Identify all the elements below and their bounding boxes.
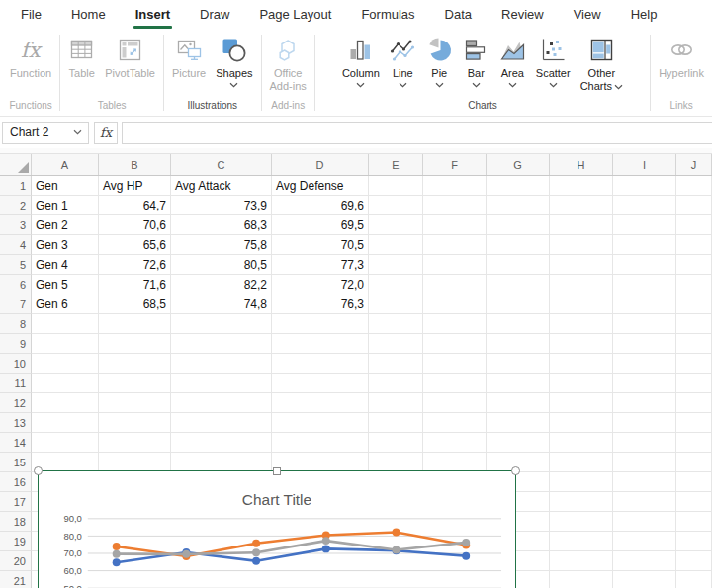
row-header-4[interactable]: 4: [0, 235, 32, 255]
row-header-19[interactable]: 19: [0, 532, 32, 551]
cell-E8[interactable]: [369, 314, 423, 334]
cell-J2[interactable]: [676, 196, 712, 215]
cell-H9[interactable]: [550, 334, 613, 354]
cell-D3[interactable]: 69,5: [272, 215, 369, 235]
cell-I16[interactable]: [613, 472, 676, 492]
cell-J1[interactable]: [676, 176, 712, 196]
column-header-G[interactable]: G: [487, 154, 550, 175]
cell-I19[interactable]: [613, 532, 676, 551]
chart-resize-handle-top[interactable]: [273, 467, 281, 475]
cell-A5[interactable]: Gen 4: [32, 255, 99, 275]
cell-B8[interactable]: [99, 314, 171, 334]
cell-G10[interactable]: [487, 354, 550, 374]
tab-review[interactable]: Review: [487, 0, 559, 30]
ribbon-button-pie[interactable]: Pie: [421, 30, 458, 88]
row-header-12[interactable]: 12: [0, 393, 32, 413]
cell-B11[interactable]: [99, 374, 171, 393]
cell-F14[interactable]: [423, 433, 487, 453]
cell-I5[interactable]: [613, 255, 676, 275]
cell-H19[interactable]: [550, 532, 613, 551]
cell-H20[interactable]: [550, 551, 613, 571]
cell-C9[interactable]: [171, 334, 272, 354]
tab-insert[interactable]: Insert: [121, 0, 185, 30]
cell-J19[interactable]: [676, 532, 712, 551]
cell-J15[interactable]: [676, 453, 712, 472]
cell-B4[interactable]: 65,6: [99, 235, 171, 255]
cell-I21[interactable]: [613, 571, 676, 588]
cell-A10[interactable]: [32, 354, 99, 374]
cell-J20[interactable]: [676, 551, 712, 571]
cell-A14[interactable]: [32, 433, 99, 453]
cell-F6[interactable]: [423, 275, 487, 294]
cell-H2[interactable]: [550, 196, 613, 215]
cell-F15[interactable]: [423, 453, 487, 472]
cell-G3[interactable]: [487, 215, 550, 235]
cell-J5[interactable]: [676, 255, 712, 275]
cell-J7[interactable]: [676, 294, 712, 314]
cell-I18[interactable]: [613, 512, 676, 532]
cell-E7[interactable]: [369, 294, 423, 314]
cell-B3[interactable]: 70,6: [99, 215, 171, 235]
cell-A13[interactable]: [32, 413, 99, 433]
row-header-2[interactable]: 2: [0, 196, 32, 215]
cell-H6[interactable]: [550, 275, 613, 294]
cell-J16[interactable]: [676, 472, 712, 492]
cell-I8[interactable]: [613, 314, 676, 334]
cell-I10[interactable]: [613, 354, 676, 374]
row-header-1[interactable]: 1: [0, 176, 32, 196]
cell-B1[interactable]: Avg HP: [99, 176, 171, 196]
row-header-14[interactable]: 14: [0, 433, 32, 453]
cell-B5[interactable]: 72,6: [99, 255, 171, 275]
cell-D7[interactable]: 76,3: [272, 294, 369, 314]
cell-I1[interactable]: [613, 176, 676, 196]
cell-I15[interactable]: [613, 453, 676, 472]
column-header-I[interactable]: I: [613, 154, 676, 175]
cell-E3[interactable]: [369, 215, 423, 235]
ribbon-button-line[interactable]: Line: [385, 30, 421, 88]
ribbon-button-shapes[interactable]: Shapes: [211, 30, 257, 88]
cell-F11[interactable]: [423, 374, 487, 393]
cell-E5[interactable]: [369, 255, 423, 275]
tab-formulas[interactable]: Formulas: [346, 0, 429, 30]
cell-F4[interactable]: [423, 235, 487, 255]
cell-D4[interactable]: 70,5: [272, 235, 369, 255]
cell-I2[interactable]: [613, 196, 676, 215]
cell-I12[interactable]: [613, 393, 676, 413]
ribbon-button-scatter[interactable]: Scatter: [531, 30, 576, 88]
cell-B14[interactable]: [99, 433, 171, 453]
cell-E6[interactable]: [369, 275, 423, 294]
cell-F2[interactable]: [423, 196, 487, 215]
cell-E10[interactable]: [369, 354, 423, 374]
column-header-J[interactable]: J: [676, 154, 712, 175]
cell-I13[interactable]: [613, 413, 676, 433]
row-header-18[interactable]: 18: [0, 512, 32, 532]
cell-G13[interactable]: [487, 413, 550, 433]
cell-F5[interactable]: [423, 255, 487, 275]
chart[interactable]: Chart Title0,010,020,030,040,050,060,070…: [38, 470, 516, 588]
row-header-16[interactable]: 16: [0, 472, 32, 492]
cell-G12[interactable]: [487, 393, 550, 413]
cell-F7[interactable]: [423, 294, 487, 314]
cell-J4[interactable]: [676, 235, 712, 255]
ribbon-button-bar[interactable]: Bar: [458, 30, 494, 88]
row-header-9[interactable]: 9: [0, 334, 32, 354]
cell-F8[interactable]: [423, 314, 487, 334]
column-header-A[interactable]: A: [32, 154, 99, 175]
cell-A11[interactable]: [32, 374, 99, 393]
row-header-3[interactable]: 3: [0, 215, 32, 235]
cell-J3[interactable]: [676, 215, 712, 235]
chart-resize-handle-top-left[interactable]: [34, 466, 43, 475]
cell-F10[interactable]: [423, 354, 487, 374]
cell-A9[interactable]: [32, 334, 99, 354]
column-header-H[interactable]: H: [550, 154, 613, 175]
cell-B15[interactable]: [99, 453, 171, 472]
cell-A8[interactable]: [32, 314, 99, 334]
cell-I9[interactable]: [613, 334, 676, 354]
tab-page-layout[interactable]: Page Layout: [244, 0, 346, 30]
row-header-10[interactable]: 10: [0, 354, 32, 374]
cell-J21[interactable]: [676, 571, 712, 588]
cell-C15[interactable]: [171, 453, 272, 472]
cell-A12[interactable]: [32, 393, 99, 413]
cell-G4[interactable]: [487, 235, 550, 255]
cell-B10[interactable]: [99, 354, 171, 374]
